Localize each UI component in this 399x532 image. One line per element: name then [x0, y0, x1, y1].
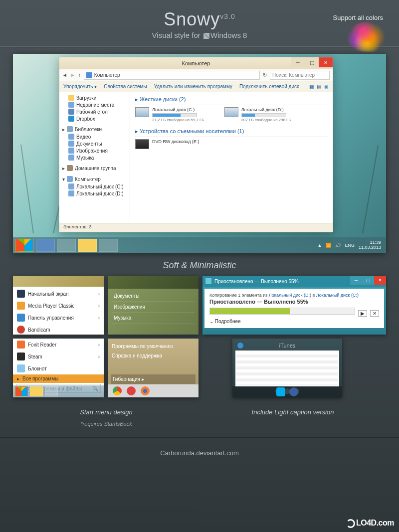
startmenu-item[interactable]: Справка и поддержка [111, 351, 196, 360]
windows-logo-icon [203, 33, 209, 39]
sidebar-libraries-head[interactable]: ▸ Библиотеки [59, 125, 130, 133]
capacity-bar [241, 113, 286, 117]
dvd-icon [135, 139, 149, 149]
search-input[interactable]: Поиск: Компьютер [270, 71, 330, 80]
skype-icon[interactable] [276, 387, 285, 396]
nav-up-icon[interactable]: ↑ [78, 72, 81, 78]
notepad-icon [17, 364, 25, 372]
caption-light: Include Light caption version [200, 408, 386, 416]
lo4d-watermark: LO4D.com [346, 519, 394, 528]
play-button[interactable]: ▶ [358, 310, 367, 317]
sidebar-item[interactable]: Dropbox [59, 115, 130, 122]
taskbar-app[interactable] [36, 239, 55, 252]
sidebar-item[interactable]: Локальный диск (D:) [59, 190, 130, 197]
start-button[interactable] [15, 239, 34, 252]
window-title: Компьютер [182, 60, 210, 66]
startmenu-item[interactable]: Steam› [13, 351, 104, 362]
startmenu-item[interactable]: Блокнот [13, 362, 104, 374]
itunes-dock-icon[interactable] [289, 387, 298, 396]
drive-c[interactable]: Локальный диск (C:) 21,2 ГБ свободно из … [135, 107, 204, 122]
page-subtitle: Visual style for Windows 8 [0, 31, 399, 39]
startmenu-item[interactable]: Bandicam [13, 324, 104, 335]
minimize-button[interactable]: ─ [291, 57, 305, 67]
drive-dvd[interactable]: DVD RW дисковод (E:) [135, 139, 199, 149]
startmenu-item[interactable]: Панель управления› [13, 312, 104, 324]
maximize-button[interactable]: ▢ [305, 57, 319, 67]
sidebar-item[interactable]: Изображения [59, 147, 130, 154]
sidebar-homegroup[interactable]: ▸ Домашняя группа [59, 164, 130, 172]
close-button[interactable]: ✕ [319, 57, 333, 67]
chrome-icon[interactable] [113, 386, 122, 395]
nav-fwd-icon[interactable]: ► [70, 72, 75, 78]
startmenu-item[interactable]: Программы по умолчанию [111, 342, 196, 351]
folder-icon [68, 95, 74, 101]
close-button[interactable]: ✕ [374, 276, 386, 285]
caption-start-req: *requires StartIsBack [13, 421, 200, 427]
tray-network-icon[interactable]: 📶 [326, 243, 331, 248]
bandicam-icon [17, 326, 25, 334]
itunes-titlebar[interactable]: iTunes [235, 342, 339, 351]
computer-icon [86, 72, 92, 78]
sysprops-button[interactable]: Свойства системы [104, 84, 147, 89]
maximize-button[interactable]: ▢ [362, 276, 374, 285]
status-bar: Элементов: 3 [59, 223, 333, 232]
organize-menu[interactable]: Упорядочить ▾ [63, 84, 97, 89]
preview-itunes: iTunes [232, 339, 342, 397]
startmenu-header [108, 276, 199, 289]
taskbar-app[interactable] [45, 386, 58, 396]
taskbar-app[interactable] [57, 239, 76, 252]
drive-d[interactable]: Локальный диск (D:) 207 ГБ свободно из 2… [224, 107, 291, 122]
sidebar-item[interactable]: Музыка [59, 154, 130, 161]
tray-flag-icon[interactable]: ▲ [318, 243, 322, 248]
view-tiles-icon[interactable]: ▦ [309, 84, 314, 89]
firefox-icon[interactable] [141, 386, 150, 395]
drive-icon [68, 190, 74, 196]
removable-section-header[interactable]: ▸ Устройства со съемными носителями (1) [135, 127, 328, 137]
help-icon[interactable]: ◉ [324, 84, 329, 89]
minimize-button[interactable]: ─ [350, 276, 362, 285]
video-icon [68, 134, 74, 140]
nav-back-icon[interactable]: ◄ [62, 72, 67, 78]
taskbar-app[interactable] [78, 239, 97, 252]
startmenu-item[interactable]: Foxit Reader› [13, 339, 104, 351]
tray-lang[interactable]: ENG [345, 243, 355, 248]
hdd-section-header[interactable]: ▸ Жесткие диски (2) [135, 95, 328, 105]
control-panel-icon [17, 314, 25, 322]
refresh-icon[interactable]: ↻ [263, 72, 267, 78]
opera-icon[interactable] [127, 386, 136, 395]
startmenu-item[interactable]: Музыка [112, 313, 195, 324]
sidebar-item[interactable]: Документы [59, 140, 130, 147]
cancel-button[interactable]: ✕ [370, 310, 379, 317]
sidebar-item[interactable]: Рабочий стол [59, 108, 130, 115]
address-bar[interactable]: Компьютер [84, 71, 260, 80]
sidebar-item[interactable]: Недавние места [59, 101, 130, 108]
taskbar-clock[interactable]: 11:3911.03.2013 [359, 240, 381, 250]
start-button[interactable] [15, 386, 28, 396]
tray-volume-icon[interactable]: 🔊 [335, 243, 341, 248]
sidebar-item[interactable]: Локальный диск (C:) [59, 183, 130, 190]
taskbar: ▲ 📶 🔊 ENG 11:3911.03.2013 [13, 237, 386, 253]
computer-icon [67, 176, 73, 182]
startmenu-item[interactable]: Изображения [112, 302, 195, 313]
more-details[interactable]: ⌄ Подробнее [209, 319, 379, 324]
hibernate-button[interactable]: Гибернация ▸ [111, 374, 196, 384]
taskbar-app[interactable] [30, 386, 43, 396]
startmenu-item[interactable]: Начальный экран› [13, 288, 104, 300]
startmenu-item[interactable]: Документы [112, 291, 195, 302]
homegroup-icon [67, 165, 73, 171]
uninstall-button[interactable]: Удалить или изменить программу [154, 84, 232, 89]
preview-startmenu-apps: Начальный экран› Media Player Classic› П… [13, 276, 104, 335]
all-programs[interactable]: ▸ Все программы [13, 374, 104, 383]
netdrive-button[interactable]: Подключить сетевой диск [239, 84, 299, 89]
sidebar-computer[interactable]: ▾ Компьютер [59, 175, 130, 183]
documents-icon [68, 141, 74, 147]
taskbar-app[interactable] [99, 239, 118, 252]
foxit-icon [17, 341, 25, 349]
desktop-icon [68, 109, 74, 115]
view-details-icon[interactable]: ▤ [317, 84, 321, 89]
startmenu-item[interactable]: Media Player Classic› [13, 300, 104, 312]
window-titlebar[interactable]: Компьютер ─ ▢ ✕ [59, 57, 333, 69]
copy-titlebar[interactable]: Приостановлено — Выполнено 55% ─ ▢ ✕ [202, 276, 386, 287]
sidebar-item[interactable]: Видео [59, 133, 130, 140]
sidebar-item[interactable]: Загрузки [59, 94, 130, 101]
